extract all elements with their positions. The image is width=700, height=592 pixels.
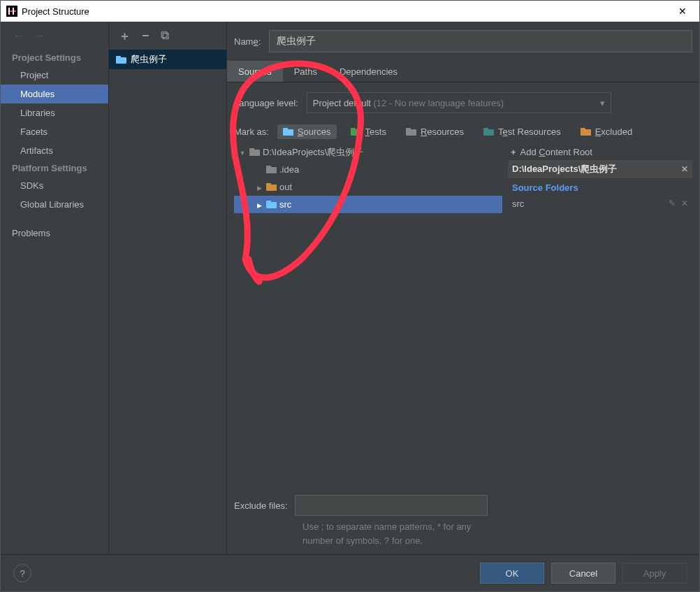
project-structure-dialog: Project Structure ✕ ← → Project Settings… [0, 0, 700, 592]
module-folder-icon [116, 56, 126, 64]
mark-test-resources-button[interactable]: Test Resources [478, 124, 567, 139]
module-list: ＋ − ⧉ 爬虫例子 [109, 22, 227, 554]
nav-project[interactable]: Project [1, 66, 108, 85]
help-button[interactable]: ? [13, 564, 31, 582]
resources-folder-icon [406, 128, 416, 136]
source-folder-item[interactable]: src ✎ ✕ [508, 196, 692, 211]
chevron-down-icon: ▾ [600, 98, 605, 108]
language-level-select[interactable]: Project default (12 - No new language fe… [307, 92, 611, 113]
content-root-panel: + Add Content Root D:\IdeaProjects\爬虫例子 … [508, 143, 692, 488]
module-tabs: Sources Paths Dependencies [227, 61, 699, 82]
tree-label: out [279, 182, 292, 192]
module-name-input[interactable] [269, 30, 692, 52]
tab-sources[interactable]: Sources [227, 61, 283, 82]
tree-label: .idea [279, 164, 299, 175]
mark-resources-button[interactable]: Resources [400, 124, 469, 139]
mark-as-toolbar: Mark as: Sources Tests Resources [234, 124, 692, 139]
remove-content-root-icon[interactable]: ✕ [681, 164, 688, 174]
ok-button[interactable]: OK [480, 563, 544, 584]
remove-source-icon[interactable]: ✕ [681, 198, 688, 208]
settings-nav: ← → Project Settings Project Modules Lib… [1, 22, 109, 554]
folder-icon [266, 166, 277, 173]
edit-source-icon[interactable]: ✎ [669, 198, 676, 208]
folder-icon [249, 148, 260, 156]
content-tree[interactable]: D:\IdeaProjects\爬虫例子 .idea out [234, 143, 502, 488]
expand-icon[interactable] [255, 199, 263, 210]
content-root-path: D:\IdeaProjects\爬虫例子 [512, 163, 617, 175]
tree-label: D:\IdeaProjects\爬虫例子 [263, 146, 364, 159]
title-bar: Project Structure ✕ [1, 1, 699, 22]
tab-paths[interactable]: Paths [283, 61, 328, 82]
mark-sources-button[interactable]: Sources [277, 124, 337, 139]
apply-button[interactable]: Apply [622, 563, 687, 584]
nav-section-project: Project Settings [1, 50, 108, 66]
mark-as-label: Mark as: [234, 127, 269, 137]
nav-problems[interactable]: Problems [1, 224, 108, 243]
tree-row[interactable]: out [234, 178, 502, 196]
expand-icon[interactable] [238, 147, 247, 157]
mark-excluded-button[interactable]: Excluded [575, 124, 638, 139]
folder-icon [266, 183, 277, 191]
expand-icon[interactable] [255, 182, 263, 192]
nav-artifacts[interactable]: Artifacts [1, 141, 108, 160]
add-module-icon[interactable]: ＋ [119, 28, 131, 44]
sources-folder-icon [283, 128, 293, 136]
tab-dependencies[interactable]: Dependencies [328, 61, 409, 82]
folder-icon [266, 201, 277, 208]
intellij-icon [6, 6, 17, 17]
tests-folder-icon [351, 128, 361, 136]
dialog-footer: ? OK Cancel Apply [1, 554, 699, 591]
exclude-files-label: Exclude files: [234, 500, 288, 511]
tree-row[interactable]: src [234, 196, 502, 213]
plus-icon: + [511, 147, 516, 157]
tree-row[interactable]: .idea [234, 161, 502, 178]
forward-icon[interactable]: → [34, 29, 45, 42]
cancel-button[interactable]: Cancel [551, 563, 615, 584]
module-item-label: 爬虫例子 [131, 53, 167, 66]
excluded-folder-icon [581, 128, 591, 136]
content-root-header: D:\IdeaProjects\爬虫例子 ✕ [508, 160, 692, 178]
nav-sdks[interactable]: SDKs [1, 176, 108, 195]
source-folder-label: src [512, 198, 524, 209]
source-folders-header: Source Folders [508, 178, 692, 196]
copy-module-icon[interactable]: ⧉ [161, 29, 169, 43]
exclude-files-input[interactable] [295, 495, 488, 516]
module-detail: Name: Sources Paths Dependencies Languag… [227, 22, 699, 554]
nav-modules[interactable]: Modules [1, 85, 108, 103]
nav-global-libraries[interactable]: Global Libraries [1, 195, 108, 214]
module-item[interactable]: 爬虫例子 [109, 50, 226, 69]
tree-label: src [279, 199, 291, 210]
add-content-root-button[interactable]: + Add Content Root [508, 143, 692, 160]
back-icon[interactable]: ← [13, 29, 24, 42]
remove-module-icon[interactable]: − [142, 29, 150, 43]
window-title: Project Structure [17, 6, 671, 17]
nav-libraries[interactable]: Libraries [1, 103, 108, 122]
exclude-hint: Use ; to separate name patterns, * for a… [302, 520, 498, 547]
close-icon[interactable]: ✕ [671, 6, 694, 17]
nav-facets[interactable]: Facets [1, 122, 108, 141]
nav-section-platform: Platform Settings [1, 160, 108, 176]
test-resources-folder-icon [483, 128, 494, 136]
language-level-label: Language level: [234, 98, 298, 108]
mark-tests-button[interactable]: Tests [345, 124, 392, 139]
tree-row[interactable]: D:\IdeaProjects\爬虫例子 [234, 143, 502, 161]
name-label: Name: [234, 36, 261, 47]
